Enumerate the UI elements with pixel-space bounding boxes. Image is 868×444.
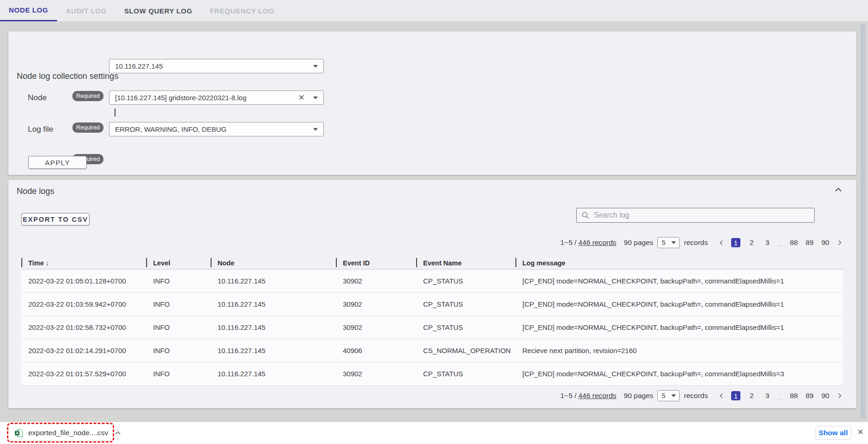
page-button-2[interactable]: 2 (747, 238, 756, 247)
text-cursor (115, 109, 116, 116)
page-size-value: 5 (662, 239, 671, 246)
log-file-select[interactable]: [10.116.227.145] gridstore-20220321-8.lo… (109, 90, 324, 105)
required-badge: Required (72, 91, 103, 101)
page-size-value: 5 (662, 392, 671, 399)
record-range: 1~5 / (560, 238, 577, 247)
vertical-scrollbar[interactable] (861, 24, 866, 419)
page-button-90[interactable]: 90 (821, 238, 830, 247)
chevron-up-icon[interactable] (834, 187, 842, 195)
page-button-88[interactable]: 88 (789, 391, 798, 400)
cell-node: 10.116.227.145 (211, 270, 336, 292)
download-chip[interactable]: X exported_file_node....csv (8, 425, 128, 441)
log-level-select[interactable]: ERROR, WARNING, INFO, DEBUG (109, 122, 324, 136)
records-label: records (684, 392, 708, 400)
cell-event-name: CP_STATUS (416, 362, 515, 385)
prev-page-icon[interactable] (718, 393, 725, 399)
show-all-button[interactable]: Show all (815, 426, 851, 440)
column-header-label: Level (153, 259, 170, 267)
tab-node-log[interactable]: NODE LOG (0, 0, 57, 21)
settings-title: Node log collection settings (17, 71, 118, 81)
cell-level: INFO (146, 316, 211, 339)
pages-count: 90 pages (624, 238, 654, 247)
page-button-89[interactable]: 89 (805, 238, 814, 247)
page-button-90[interactable]: 90 (821, 391, 830, 400)
page-button-2[interactable]: 2 (747, 391, 756, 400)
log-file-select-value: [10.116.227.145] gridstore-20220321-8.lo… (115, 94, 298, 102)
column-header-event-name[interactable]: Event Name (416, 257, 515, 269)
cell-event-id: 30902 (336, 316, 416, 339)
cell-log-message: [CP_END] mode=NORMAL_CHECKPOINT, backupP… (515, 270, 843, 292)
cell-log-message: [CP_END] mode=NORMAL_CHECKPOINT, backupP… (515, 293, 843, 315)
column-header-label: Event Name (423, 259, 462, 267)
log-tabs: NODE LOG AUDIT LOG SLOW QUERY LOG FREQUE… (0, 0, 868, 21)
node-log-table: Time ↓ Level Node Event ID Event Name Lo… (21, 257, 843, 386)
page-button-3[interactable]: 3 (763, 391, 772, 400)
excel-file-icon: X (15, 429, 23, 437)
cell-time: 2022-03-22 01:01:57.529+0700 (21, 362, 146, 385)
log-viewer-screen: NODE LOG AUDIT LOG SLOW QUERY LOG FREQUE… (0, 0, 868, 444)
page-ellipsis: ... (777, 394, 783, 401)
clear-icon[interactable]: ✕ (298, 94, 305, 102)
cell-level: INFO (146, 339, 211, 362)
cell-time: 2022-03-22 01:02:58.732+0700 (21, 316, 146, 339)
pagination-bottom: 1~5 / 446 records 90 pages 5 records 1 2… (560, 390, 843, 401)
dropdown-arrow-icon (671, 394, 676, 397)
chevron-up-icon[interactable] (115, 431, 121, 435)
next-page-icon[interactable] (836, 239, 843, 246)
cell-event-id: 40906 (336, 339, 416, 362)
column-header-label: Node (218, 259, 234, 267)
column-header-node[interactable]: Node (211, 257, 336, 269)
page-size-select[interactable]: 5 (657, 237, 680, 248)
cell-event-id: 30902 (336, 362, 416, 385)
column-header-level[interactable]: Level (146, 257, 211, 269)
column-header-event-id[interactable]: Event ID (336, 257, 416, 269)
table-row[interactable]: 2022-03-22 01:05:01.128+0700 INFO 10.116… (21, 270, 843, 293)
cell-event-name: CP_STATUS (416, 316, 515, 339)
page-ellipsis: ... (777, 241, 783, 248)
search-input[interactable] (594, 211, 810, 219)
search-box (576, 208, 815, 223)
cell-event-id: 30902 (336, 293, 416, 315)
cell-time: 2022-03-22 01:02:14.291+0700 (21, 339, 146, 362)
tab-frequency-log[interactable]: FREQUENCY LOG (201, 0, 283, 21)
records-total-link[interactable]: 446 records (579, 238, 617, 247)
page-button-1[interactable]: 1 (731, 391, 740, 400)
tab-audit-log[interactable]: AUDIT LOG (57, 0, 116, 21)
column-header-log-message[interactable]: Log message (515, 257, 843, 269)
log-file-field-label: Log file (28, 125, 53, 134)
close-icon[interactable]: ✕ (857, 428, 864, 436)
table-header-row: Time ↓ Level Node Event ID Event Name Lo… (21, 257, 843, 270)
table-row[interactable]: 2022-03-22 01:02:14.291+0700 INFO 10.116… (21, 339, 843, 362)
record-range: 1~5 / (560, 392, 577, 400)
cell-event-name: CP_STATUS (416, 293, 515, 315)
cell-node: 10.116.227.145 (211, 316, 336, 339)
table-row[interactable]: 2022-03-22 01:02:58.732+0700 INFO 10.116… (21, 316, 843, 339)
page-size-select[interactable]: 5 (657, 390, 680, 401)
dropdown-arrow-icon (313, 128, 318, 131)
prev-page-icon[interactable] (718, 239, 725, 246)
cell-log-message: [CP_END] mode=NORMAL_CHECKPOINT, backupP… (515, 362, 843, 385)
cell-level: INFO (146, 270, 211, 292)
node-select[interactable]: 10.116.227.145 (109, 59, 324, 73)
next-page-icon[interactable] (836, 393, 843, 399)
column-header-time[interactable]: Time ↓ (21, 257, 146, 269)
table-row[interactable]: 2022-03-22 01:03:59.942+0700 INFO 10.116… (21, 293, 843, 316)
records-label: records (684, 238, 708, 247)
column-header-label: Time (28, 259, 44, 267)
cell-node: 10.116.227.145 (211, 293, 336, 315)
cell-level: INFO (146, 293, 211, 315)
records-total-link[interactable]: 446 records (579, 392, 617, 400)
export-to-csv-button[interactable]: EXPORT TO CSV (21, 213, 90, 225)
page-button-3[interactable]: 3 (763, 238, 772, 247)
page-button-89[interactable]: 89 (805, 391, 814, 400)
pages-count: 90 pages (624, 392, 654, 400)
table-row[interactable]: 2022-03-22 01:01:57.529+0700 INFO 10.116… (21, 362, 843, 386)
page-button-88[interactable]: 88 (789, 238, 798, 247)
tab-slow-query-log[interactable]: SLOW QUERY LOG (116, 0, 201, 21)
download-file-name: exported_file_node....csv (28, 429, 108, 437)
apply-button[interactable]: APPLY (28, 156, 87, 169)
node-logs-title: Node logs (17, 187, 54, 196)
page-button-1[interactable]: 1 (731, 238, 740, 247)
node-log-settings-card: Node log collection settings Node Requir… (8, 32, 856, 175)
cell-time: 2022-03-22 01:03:59.942+0700 (21, 293, 146, 315)
